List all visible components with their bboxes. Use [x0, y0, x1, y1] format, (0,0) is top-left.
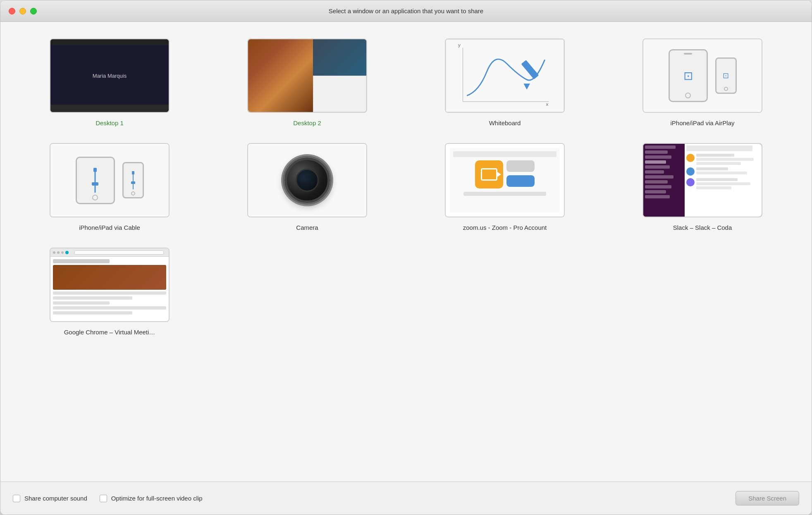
- item-label: Camera: [296, 224, 318, 231]
- svg-rect-8: [92, 182, 98, 186]
- bottom-bar: Share computer sound Optimize for full-s…: [0, 482, 812, 515]
- chrome-bar: [50, 248, 169, 257]
- close-button[interactable]: [9, 8, 15, 14]
- item-label: Slack – Slack – Coda: [673, 224, 732, 231]
- share-sound-group: Share computer sound: [13, 495, 87, 502]
- svg-marker-3: [523, 83, 530, 90]
- whiteboard-svg: x y: [446, 40, 564, 112]
- desktop2-preview: [248, 39, 366, 112]
- slack-sidebar: [643, 144, 685, 217]
- camera-thumbnail: [247, 143, 367, 217]
- list-item[interactable]: Slack – Slack – Coda: [610, 139, 795, 235]
- airplay-thumbnail: ⊡ ⊡: [642, 38, 762, 113]
- list-item[interactable]: Google Chrome – Virtual Meeti…: [17, 243, 202, 340]
- item-label: Google Chrome – Virtual Meeti…: [64, 329, 155, 336]
- top-bar: [50, 39, 169, 45]
- item-label: Whiteboard: [489, 119, 521, 126]
- camera-preview: [248, 144, 366, 217]
- item-label: iPhone/iPad via Cable: [79, 224, 140, 231]
- desktop2-left: [248, 39, 313, 112]
- list-item[interactable]: Camera: [215, 139, 400, 235]
- optimize-group: Optimize for full-screen video clip: [100, 495, 203, 502]
- desktop2-right-top: [313, 39, 366, 76]
- chrome-dot-1: [53, 251, 55, 254]
- zoom-app-preview: [450, 148, 560, 212]
- share-screen-button[interactable]: Share Screen: [736, 491, 799, 505]
- svg-rect-2: [521, 60, 539, 79]
- slack-preview: [643, 144, 762, 217]
- text-line-1: [53, 291, 166, 295]
- list-item[interactable]: x y Whiteboard: [412, 34, 597, 131]
- item-label: zoom.us - Zoom - Pro Account: [463, 224, 547, 231]
- maximize-button[interactable]: [30, 8, 37, 14]
- title-bar: Select a window or an application that y…: [0, 0, 812, 22]
- item-label: Desktop 2: [293, 119, 321, 126]
- share-grid: Maria Marquis Desktop 1: [17, 34, 795, 340]
- whiteboard-preview: x y: [446, 39, 564, 112]
- svg-rect-12: [131, 181, 135, 184]
- cable-preview: [50, 144, 169, 217]
- phone-device: ⊡: [715, 57, 737, 94]
- slack-thumbnail: [642, 143, 762, 217]
- optimize-checkbox[interactable]: [100, 495, 107, 502]
- cable-thumbnail: [50, 143, 170, 217]
- item-label: iPhone/iPad via AirPlay: [670, 119, 734, 126]
- camera-lens: [284, 157, 330, 203]
- desktop2-right-bot: [313, 76, 366, 112]
- desktop1-name: Maria Marquis: [93, 73, 127, 79]
- text-line-2: [53, 296, 132, 300]
- list-item[interactable]: ⊡ ⊡ iPhone/iPad via AirPlay: [610, 34, 795, 131]
- airplay-preview: ⊡ ⊡: [643, 39, 762, 112]
- chrome-preview: [50, 248, 169, 321]
- window-controls: [9, 8, 37, 14]
- list-item[interactable]: zoom.us - Zoom - Pro Account: [412, 139, 597, 235]
- text-line-5: [53, 311, 132, 315]
- text-line-4: [53, 306, 166, 310]
- chrome-thumbnail: [50, 248, 170, 322]
- share-sound-checkbox[interactable]: [13, 495, 20, 502]
- window-title: Select a window or an application that y…: [329, 7, 483, 14]
- minimize-button[interactable]: [19, 8, 26, 14]
- text-line-3: [53, 301, 110, 305]
- zoom-preview: [446, 144, 564, 217]
- zoom-thumbnail: [445, 143, 565, 217]
- desktop2-thumbnail: [247, 38, 367, 113]
- desktop1-preview: Maria Marquis: [50, 39, 169, 112]
- desktop1-thumbnail: Maria Marquis: [50, 38, 170, 113]
- item-label: Desktop 1: [96, 119, 124, 126]
- desktop2-right: [313, 39, 366, 112]
- chrome-url-bar: [74, 250, 164, 255]
- tablet-device: ⊡: [669, 49, 708, 102]
- list-item[interactable]: Desktop 2: [215, 34, 400, 131]
- svg-rect-6: [93, 168, 97, 172]
- page-image: [53, 265, 166, 290]
- cable-tablet-device: [76, 157, 115, 204]
- content-area: Maria Marquis Desktop 1: [0, 22, 812, 482]
- list-item[interactable]: Maria Marquis Desktop 1: [17, 34, 202, 131]
- taskbar: [50, 105, 169, 112]
- chrome-dot-2: [57, 251, 60, 254]
- share-sound-label: Share computer sound: [24, 495, 87, 502]
- list-item[interactable]: iPhone/iPad via Cable: [17, 139, 202, 235]
- svg-rect-10: [132, 171, 134, 174]
- optimize-label: Optimize for full-screen video clip: [111, 495, 203, 502]
- svg-text:x: x: [546, 101, 549, 107]
- chrome-dot-3: [61, 251, 64, 254]
- svg-text:y: y: [458, 42, 461, 48]
- cable-phone-device: [122, 162, 144, 198]
- whiteboard-thumbnail: x y: [445, 38, 565, 113]
- zoom-share-dialog: Select a window or an application that y…: [0, 0, 812, 515]
- slack-main: [685, 144, 762, 217]
- page-heading: [53, 259, 110, 263]
- chrome-content: [50, 257, 169, 321]
